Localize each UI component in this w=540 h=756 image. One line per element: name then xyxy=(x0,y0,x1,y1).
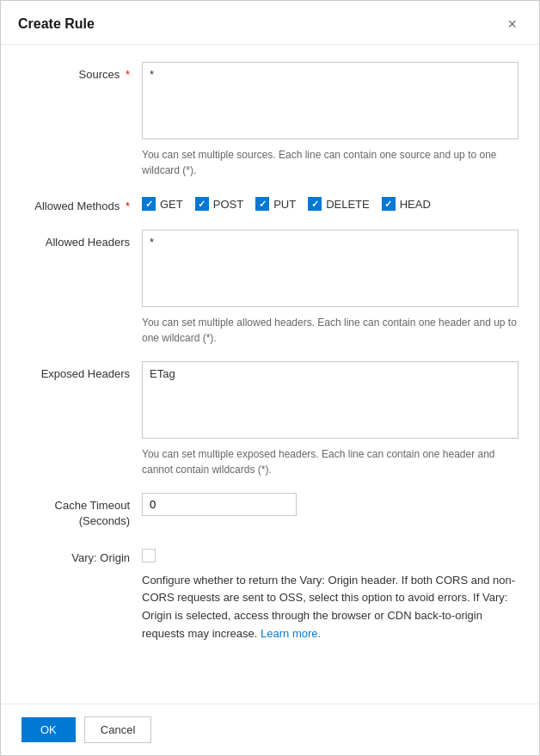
checkmark-head: ✓ xyxy=(384,200,392,209)
ok-button[interactable]: OK xyxy=(21,717,76,742)
checkbox-get[interactable]: ✓ xyxy=(142,197,156,211)
checkmark-post: ✓ xyxy=(198,200,206,209)
checkbox-put[interactable]: ✓ xyxy=(255,197,269,211)
allowed-headers-control: * You can set multiple allowed headers. … xyxy=(142,230,519,346)
cache-timeout-input[interactable] xyxy=(142,493,297,516)
sources-hint: You can set multiple sources. Each line … xyxy=(142,147,519,178)
cancel-button[interactable]: Cancel xyxy=(84,716,151,743)
allowed-headers-hint: You can set multiple allowed headers. Ea… xyxy=(142,315,519,346)
methods-control: ✓ GET ✓ POST ✓ PUT xyxy=(142,194,519,214)
allowed-headers-label: Allowed Headers xyxy=(21,230,142,346)
checkmark-delete: ✓ xyxy=(311,200,319,209)
exposed-headers-textarea[interactable]: ETag xyxy=(142,361,519,439)
vary-origin-control: Configure whether to return the Vary: Or… xyxy=(142,545,519,643)
dialog-title: Create Rule xyxy=(18,16,95,32)
exposed-headers-row: Exposed Headers ETag You can set multipl… xyxy=(21,361,519,477)
sources-label: Sources * xyxy=(21,62,142,178)
exposed-headers-label: Exposed Headers xyxy=(21,361,142,477)
sources-textarea[interactable]: * xyxy=(142,62,519,139)
exposed-headers-control: ETag You can set multiple exposed header… xyxy=(142,361,519,477)
checkbox-delete[interactable]: ✓ xyxy=(308,197,322,211)
sources-row: Sources * * You can set multiple sources… xyxy=(21,62,519,178)
checkmark-get: ✓ xyxy=(145,200,153,209)
vary-origin-row: Vary: Origin Configure whether to return… xyxy=(21,545,519,643)
learn-more-link[interactable]: Learn more. xyxy=(261,627,321,640)
method-delete-label: DELETE xyxy=(326,198,370,211)
checkbox-post[interactable]: ✓ xyxy=(195,197,209,211)
sources-control: * You can set multiple sources. Each lin… xyxy=(142,62,519,178)
dialog-body: Sources * * You can set multiple sources… xyxy=(1,45,539,704)
close-button[interactable]: × xyxy=(502,15,522,34)
cache-timeout-label: Cache Timeout (Seconds) xyxy=(21,493,142,529)
cache-timeout-row: Cache Timeout (Seconds) xyxy=(21,493,519,529)
method-get-label: GET xyxy=(160,198,183,211)
vary-origin-label: Vary: Origin xyxy=(21,545,142,643)
method-head-label: HEAD xyxy=(400,198,431,211)
method-get[interactable]: ✓ GET xyxy=(142,197,183,211)
cache-timeout-control xyxy=(142,493,519,529)
method-post[interactable]: ✓ POST xyxy=(195,197,243,211)
required-indicator-methods: * xyxy=(126,200,130,212)
allowed-methods-row: Allowed Methods * ✓ GET ✓ POST xyxy=(21,194,519,214)
allowed-headers-row: Allowed Headers * You can set multiple a… xyxy=(21,230,519,346)
allowed-methods-label: Allowed Methods * xyxy=(21,194,142,214)
method-head[interactable]: ✓ HEAD xyxy=(382,197,431,211)
checkmark-put: ✓ xyxy=(259,200,267,209)
method-post-label: POST xyxy=(213,198,243,211)
dialog-footer: OK Cancel xyxy=(1,704,539,755)
required-indicator: * xyxy=(126,68,130,81)
checkbox-head[interactable]: ✓ xyxy=(382,197,396,211)
allowed-headers-textarea[interactable]: * xyxy=(142,230,519,307)
method-put[interactable]: ✓ PUT xyxy=(255,197,296,211)
methods-row: ✓ GET ✓ POST ✓ PUT xyxy=(142,194,519,211)
exposed-headers-hint: You can set multiple exposed headers. Ea… xyxy=(142,446,519,477)
method-delete[interactable]: ✓ DELETE xyxy=(308,197,370,211)
dialog-header: Create Rule × xyxy=(1,1,539,45)
vary-origin-desc: Configure whether to return the Vary: Or… xyxy=(142,572,519,643)
create-rule-dialog: Create Rule × Sources * * You can set mu… xyxy=(0,0,540,756)
method-put-label: PUT xyxy=(273,198,296,211)
vary-origin-checkbox[interactable] xyxy=(142,549,156,562)
